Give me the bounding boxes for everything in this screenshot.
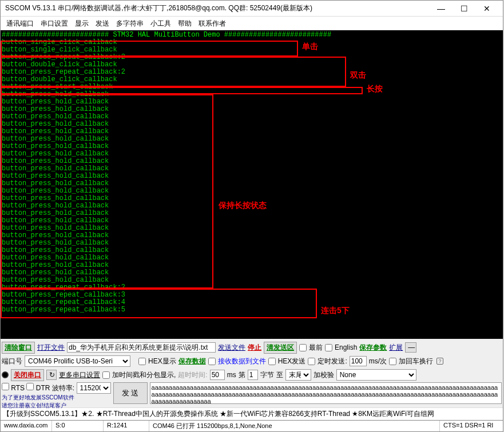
- port-led-icon: [2, 371, 9, 378]
- port-select[interactable]: COM46 Prolific USB-to-Seri: [25, 355, 130, 367]
- status-cts: CTS=1 DSR=1 RI: [440, 421, 503, 431]
- recv-to-file-checkbox[interactable]: [208, 358, 216, 365]
- port-label: 端口号: [2, 357, 22, 366]
- crlf-checkbox[interactable]: [389, 358, 396, 365]
- file-path-input[interactable]: [67, 342, 216, 353]
- save-params-link[interactable]: 保存参数: [359, 343, 387, 353]
- menu-port[interactable]: 通讯端口: [6, 19, 34, 27]
- footer-text: 【升级到SSCOM5.13.1】★2. ★RT-Thread中国人的开源免费操作…: [3, 410, 434, 418]
- annotation-repeat5: 连击5下: [321, 307, 350, 314]
- save-data-link[interactable]: 保存数据: [178, 357, 206, 366]
- timestamp-checkbox[interactable]: [102, 371, 110, 379]
- menu-help[interactable]: 帮助: [178, 19, 192, 27]
- crlf-label: 加回车换行: [399, 357, 433, 366]
- timestamp-label: 加时间戳和分包显示,: [112, 370, 176, 380]
- english-checkbox[interactable]: [325, 344, 332, 351]
- window-title: SSCOM V5.13.1 串口/网络数据调试器,作者:大虾丁丁,2618058…: [5, 3, 430, 13]
- status-url[interactable]: www.daxia.com: [1, 421, 52, 431]
- close-button[interactable]: ✕: [475, 2, 498, 15]
- english-label: English: [335, 343, 357, 351]
- timeout-label: 超时时间:: [178, 370, 207, 380]
- promo1: 为了更好地发展SSCOM软件: [2, 394, 111, 402]
- menu-tools[interactable]: 小工具: [150, 19, 171, 27]
- status-com: COM46 已打开 115200bps,8,1,None,None: [149, 421, 440, 431]
- baud-select[interactable]: 115200: [77, 382, 111, 394]
- annotation-double: 双击: [350, 71, 366, 79]
- promo2: 请您注册嘉立创!结尾客户: [2, 402, 111, 410]
- dtr-label: DTR: [36, 384, 50, 392]
- terminal-line: button_press_repeat_callback:5: [2, 306, 502, 314]
- port-refresh-button[interactable]: ↻: [46, 370, 57, 380]
- terminal-output[interactable]: ########################## STM32 HAL Mul…: [1, 30, 503, 339]
- timeout-input[interactable]: [210, 370, 225, 380]
- annotation-longpress: 长按: [367, 85, 383, 93]
- statusbar: www.daxia.com S:0 R:1241 COM46 已打开 11520…: [1, 420, 503, 431]
- help-icon[interactable]: ?: [436, 358, 443, 365]
- status-received: R:1241: [104, 421, 149, 431]
- annotation-single: 单击: [302, 43, 318, 50]
- minimize-button[interactable]: —: [430, 2, 453, 15]
- page-unit: 字节: [260, 370, 274, 380]
- footer-bar: 【升级到SSCOM5.13.1】★2. ★RT-Thread中国人的开源免费操作…: [1, 407, 503, 420]
- clear-send-button[interactable]: 清发送区: [264, 342, 297, 354]
- interval-input[interactable]: [350, 356, 367, 366]
- menu-display[interactable]: 显示: [75, 19, 89, 27]
- annotation-hold: 保持长按状态: [219, 202, 267, 209]
- status-sent: S:0: [52, 421, 104, 431]
- tail-label: 至: [276, 370, 283, 380]
- interval-unit: ms/次: [369, 357, 387, 366]
- stop-link[interactable]: 停止: [248, 343, 261, 353]
- menu-serial-settings[interactable]: 串口设置: [41, 19, 68, 27]
- menubar: 通讯端口 串口设置 显示 发送 多字符串 小工具 帮助 联系作者: [1, 17, 503, 30]
- topmost-checkbox[interactable]: [299, 344, 307, 351]
- rts-checkbox[interactable]: [2, 383, 9, 390]
- control-panel: 清除窗口 打开文件 发送文件 停止 清发送区 最前 English 保存参数 扩…: [1, 339, 503, 407]
- maximize-button[interactable]: ☐: [453, 2, 475, 15]
- topmost-label: 最前: [309, 343, 323, 353]
- recv-to-file-label: 接收数据到文件: [218, 357, 266, 366]
- close-port-button[interactable]: 关闭串口: [11, 369, 44, 381]
- timeout-unit: ms: [227, 371, 236, 379]
- tail-select[interactable]: 末尾: [285, 369, 311, 381]
- clear-window-button[interactable]: 清除窗口: [2, 342, 35, 354]
- timed-send-checkbox[interactable]: [308, 358, 315, 365]
- rts-label: RTS: [11, 384, 25, 392]
- hex-display-checkbox[interactable]: [138, 358, 146, 365]
- checksum-label: 加校验: [313, 370, 334, 380]
- hex-send-checkbox[interactable]: [268, 358, 276, 365]
- expand-toggle-button[interactable]: —: [405, 342, 416, 353]
- page-label: 第: [239, 370, 245, 380]
- expand-link[interactable]: 扩展: [389, 343, 403, 353]
- send-input[interactable]: aaaaaaaaaaaaaaaaaaaaaaaaaaaaaaaaaaaaaaaa…: [150, 382, 502, 404]
- open-file-link[interactable]: 打开文件: [37, 343, 65, 353]
- baud-label: 波特率:: [52, 384, 74, 392]
- menu-multistring[interactable]: 多字符串: [116, 19, 144, 27]
- checksum-select[interactable]: None: [336, 369, 416, 381]
- dtr-checkbox[interactable]: [26, 383, 34, 390]
- send-file-link[interactable]: 发送文件: [218, 343, 245, 353]
- titlebar: SSCOM V5.13.1 串口/网络数据调试器,作者:大虾丁丁,2618058…: [1, 1, 503, 17]
- timed-send-label: 定时发送:: [318, 357, 347, 366]
- hex-display-label: HEX显示: [148, 357, 176, 366]
- page-input[interactable]: [248, 370, 258, 380]
- menu-contact[interactable]: 联系作者: [199, 19, 226, 27]
- menu-send[interactable]: 发送: [96, 19, 109, 27]
- more-settings-link[interactable]: 更多串口设置: [59, 370, 100, 380]
- hex-send-label: HEX发送: [278, 357, 306, 366]
- send-button[interactable]: 发 送: [113, 382, 148, 404]
